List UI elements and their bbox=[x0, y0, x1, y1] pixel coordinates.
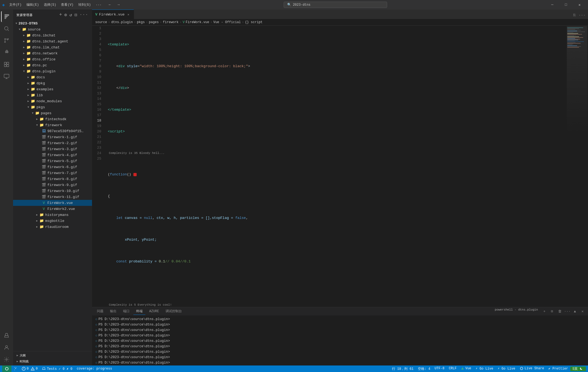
tree-item-firework-7[interactable]: 🎬 firework-7.gif bbox=[13, 170, 92, 176]
menu-edit[interactable]: 编辑(E) bbox=[24, 1, 41, 8]
new-folder-button[interactable]: ⊕ bbox=[64, 12, 68, 18]
minimize-button[interactable]: ─ bbox=[546, 0, 559, 10]
breadcrumb-vue-official[interactable]: Vue - Official bbox=[213, 20, 241, 24]
tree-item-firework-10[interactable]: 🎬 firework-10.gif bbox=[13, 188, 92, 194]
status-coverage[interactable]: coverage: progress bbox=[75, 365, 114, 372]
code-content[interactable]: <template> <div style="width: 100%;heigh… bbox=[106, 26, 566, 307]
tree-item-msgbottle[interactable]: ▶ 📁 msgbottle bbox=[13, 218, 92, 224]
tree-item-dtns-office[interactable]: ▶ 📁 dtns.office bbox=[13, 56, 92, 62]
panel-tab-output[interactable]: 输出 bbox=[107, 308, 119, 315]
tree-item-dpkg[interactable]: ▶ 📁 dpkg bbox=[13, 80, 92, 86]
breadcrumb-pkgs[interactable]: pkgs bbox=[137, 20, 145, 24]
tree-item-firework-3[interactable]: 🎬 firework-3.gif bbox=[13, 146, 92, 152]
status-remote[interactable] bbox=[2, 365, 11, 372]
split-terminal-button[interactable]: ⊟ bbox=[549, 308, 555, 315]
tree-item-lib[interactable]: ▶ 📁 lib bbox=[13, 92, 92, 98]
tree-item-firework-1[interactable]: 🎬 firework-1.gif bbox=[13, 134, 92, 140]
status-language[interactable]: Vue bbox=[459, 367, 473, 370]
tree-item-dtns-pc[interactable]: ▶ 📁 dtns.pc bbox=[13, 62, 92, 68]
tree-item-firework-9[interactable]: 🎬 firework-9.gif bbox=[13, 182, 92, 188]
breadcrumb-firework-vue[interactable]: FireWork.vue bbox=[186, 20, 209, 24]
status-encoding[interactable]: UTF-8 bbox=[433, 367, 447, 370]
panel-tab-azure[interactable]: AZURE bbox=[146, 308, 162, 315]
tree-item-dtns-ibchat[interactable]: ▶ 📁 dtns.ibchat bbox=[13, 32, 92, 38]
tree-item-firework-11[interactable]: 🎬 firework-11.gif bbox=[13, 194, 92, 200]
tree-item-node-modules[interactable]: ▶ 📁 node_modules bbox=[13, 98, 92, 104]
tree-item-timeline[interactable]: ▶ 时间线 bbox=[13, 358, 92, 364]
activity-remote[interactable] bbox=[1, 71, 12, 82]
collapse-button[interactable]: ⊟ bbox=[74, 12, 78, 18]
tab-close-button[interactable]: ✕ bbox=[126, 12, 130, 17]
close-button[interactable]: ✕ bbox=[573, 0, 586, 10]
menu-more[interactable]: ... bbox=[94, 1, 104, 8]
tree-item-pkgs[interactable]: ▼ 📁 pkgs bbox=[13, 104, 92, 110]
more-actions-button[interactable]: ··· bbox=[79, 12, 89, 18]
status-git-branch[interactable] bbox=[11, 365, 20, 372]
activity-test[interactable] bbox=[1, 330, 12, 341]
tab-firework-vue[interactable]: V FireWork.vue ✕ bbox=[92, 10, 134, 19]
menu-select[interactable]: 选择(S) bbox=[42, 1, 59, 8]
new-file-button[interactable]: + bbox=[59, 12, 63, 18]
tree-item-historymans[interactable]: ▶ 📁 historymans bbox=[13, 212, 92, 218]
search-input[interactable]: 🔍 2023-dtns bbox=[284, 2, 387, 8]
tree-item-pages[interactable]: ▼ 📁 pages bbox=[13, 110, 92, 116]
close-panel-button[interactable]: ✕ bbox=[579, 308, 586, 315]
breadcrumb-source[interactable]: source bbox=[95, 20, 107, 24]
tree-item-firework2-vue[interactable]: V FireWork2.vue bbox=[13, 206, 92, 212]
nav-back[interactable]: ← bbox=[106, 1, 114, 9]
tree-item-rtaudioroom[interactable]: ▶ 📁 rtaudioroom bbox=[13, 224, 92, 230]
activity-explorer[interactable] bbox=[1, 11, 12, 22]
tree-item-dtns-ibchat-agent[interactable]: ▶ 📁 dtns.ibchat.agent bbox=[13, 38, 92, 44]
menu-file[interactable]: 文件(F) bbox=[7, 1, 24, 8]
tree-item-firework[interactable]: ▼ 📁 firework bbox=[13, 122, 92, 128]
status-line-col[interactable]: 行 18，列 61 bbox=[390, 367, 416, 371]
activity-source-control[interactable] bbox=[1, 35, 12, 46]
tree-item-fintechsdk[interactable]: ▶ 📁 fintechsdk bbox=[13, 116, 92, 122]
tree-item-firework-2[interactable]: 🎬 firework-2.gif bbox=[13, 140, 92, 146]
status-prettier[interactable]: ✔ Prettier bbox=[546, 367, 570, 371]
breadcrumb-firework[interactable]: firework bbox=[163, 20, 179, 24]
nav-forward[interactable]: → bbox=[115, 1, 122, 9]
tree-item-firework-4[interactable]: 🎬 firework-4.gif bbox=[13, 152, 92, 158]
panel-tab-terminal[interactable]: 终端 bbox=[133, 308, 145, 315]
panel-tab-ports[interactable]: 端口 bbox=[120, 308, 132, 315]
status-live-share[interactable]: Live Share bbox=[517, 367, 546, 370]
status-spaces[interactable]: 空格: 4 bbox=[416, 367, 433, 371]
panel-tab-debug[interactable]: 调试控制台 bbox=[163, 308, 185, 315]
panel-tab-problems[interactable]: 问题 bbox=[94, 308, 106, 315]
more-terminal-button[interactable]: ··· bbox=[564, 308, 571, 315]
breadcrumb-dtns-plugin[interactable]: dtns.plugin bbox=[111, 20, 133, 24]
tree-item-docs[interactable]: ▶ 📁 docs bbox=[13, 74, 92, 80]
new-terminal-button[interactable]: + bbox=[541, 308, 548, 315]
tree-item-dtns-llm-chat[interactable]: ▶ 📁 dtns.llm_chat bbox=[13, 44, 92, 50]
tree-item-firework-5[interactable]: 🎬 firework-5.gif bbox=[13, 158, 92, 164]
menu-view[interactable]: 查看(V) bbox=[59, 1, 76, 8]
tree-item-dtns-plugin[interactable]: ▼ 📁 dtns.plugin bbox=[13, 68, 92, 74]
tree-item-firework-6[interactable]: 🎬 firework-6.gif bbox=[13, 164, 92, 170]
tree-item-firework-vue[interactable]: V FireWork.vue bbox=[13, 200, 92, 206]
menu-goto[interactable]: 转到(G) bbox=[76, 1, 93, 8]
tree-item-dtns-network[interactable]: ▶ 📁 dtns.network bbox=[13, 50, 92, 56]
breadcrumb-script[interactable]: {} script bbox=[245, 20, 263, 24]
refresh-button[interactable]: ↺ bbox=[69, 12, 73, 18]
more-tabs-button[interactable]: ··· bbox=[578, 11, 586, 19]
split-editor-button[interactable]: ⎘ bbox=[571, 11, 578, 19]
status-tests[interactable]: Tests ✓ 0 ✗ 0 bbox=[40, 365, 75, 372]
maximize-button[interactable]: □ bbox=[560, 0, 572, 10]
status-errors[interactable]: 0 0 bbox=[20, 365, 40, 372]
terminal[interactable]: ○ PS D:\2023-dtns\source\dtns.plugin> ○ … bbox=[92, 315, 588, 365]
maximize-panel-button[interactable]: ▲ bbox=[572, 308, 578, 315]
status-notifications[interactable]: S英 bbox=[570, 367, 586, 371]
breadcrumb-pages[interactable]: pages bbox=[149, 20, 159, 24]
activity-settings[interactable] bbox=[1, 354, 12, 365]
status-go-live-1[interactable]: ⚡ Go Live bbox=[473, 367, 495, 371]
tree-item-source[interactable]: ▼ 📁 source bbox=[13, 26, 92, 32]
tree-item-987[interactable]: 🖼 987ece530fb94f15a2018323599a9ee2... bbox=[13, 128, 92, 134]
activity-extensions[interactable] bbox=[1, 59, 12, 70]
activity-search[interactable] bbox=[1, 23, 12, 34]
activity-accounts[interactable] bbox=[1, 342, 12, 353]
minimap[interactable] bbox=[566, 26, 588, 307]
kill-terminal-button[interactable]: 🗑 bbox=[556, 308, 563, 315]
status-line-ending[interactable]: CRLF bbox=[447, 367, 459, 370]
status-go-live-2[interactable]: ⚡ Go Live bbox=[495, 367, 517, 371]
